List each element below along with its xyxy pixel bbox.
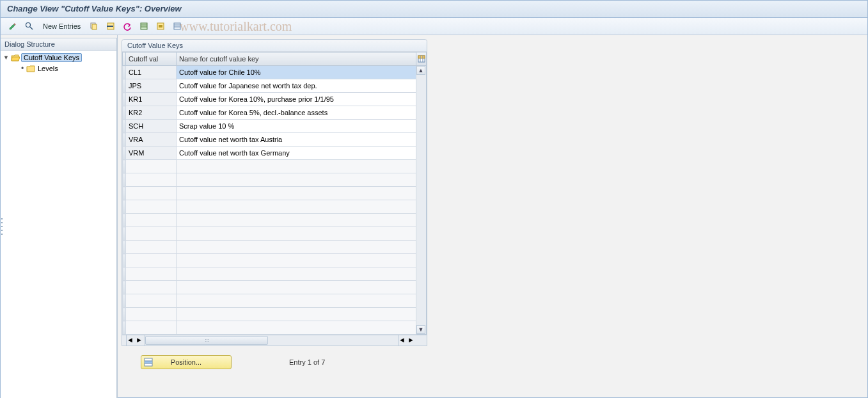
table-row[interactable]: SCHScrap value 10 % xyxy=(123,120,416,133)
cell-key[interactable] xyxy=(126,281,177,294)
cell-key[interactable]: SCH xyxy=(126,120,177,133)
table-row-empty[interactable] xyxy=(123,160,416,173)
cell-key[interactable]: JPS xyxy=(126,79,177,93)
body: Dialog Structure ▼ Cutoff Value Keys • L… xyxy=(1,35,867,398)
tree-bullet: • xyxy=(20,65,25,72)
table-row-empty[interactable] xyxy=(123,281,416,294)
table-row-empty[interactable] xyxy=(123,294,416,308)
cell-key[interactable]: VRA xyxy=(126,133,177,147)
scroll-left-icon[interactable]: ◄ xyxy=(127,336,136,345)
cell-key[interactable] xyxy=(126,241,177,254)
vertical-scrollbar[interactable]: ▲ ▼ xyxy=(416,52,427,335)
cell-key[interactable] xyxy=(126,294,177,308)
table-row[interactable]: CL1Cutoff value for Chile 10% xyxy=(123,66,416,79)
cell-key[interactable] xyxy=(126,160,177,173)
cell-key[interactable] xyxy=(126,227,177,241)
cell-key[interactable] xyxy=(126,214,177,227)
cell-name[interactable] xyxy=(177,200,416,214)
cell-name[interactable]: Cutoff value for Korea 10%, purchase pri… xyxy=(177,93,416,106)
table-row-empty[interactable] xyxy=(123,321,416,335)
table-row[interactable]: VRACutoff value net worth tax Austria xyxy=(123,133,416,147)
cell-name[interactable] xyxy=(177,227,416,241)
table-row-empty[interactable] xyxy=(123,241,416,254)
scroll-left-icon[interactable]: ◄ xyxy=(398,336,407,345)
tree-item-levels[interactable]: • Levels xyxy=(1,63,116,74)
scroll-up-icon[interactable]: ▲ xyxy=(416,66,425,75)
svg-rect-11 xyxy=(174,23,180,29)
table-row-empty[interactable] xyxy=(123,254,416,267)
position-button[interactable]: Position... xyxy=(141,355,232,369)
cell-name[interactable] xyxy=(177,241,416,254)
table-row-empty[interactable] xyxy=(123,308,416,321)
table-row[interactable]: KR2Cutoff value for Korea 5%, decl.-bala… xyxy=(123,106,416,120)
scroll-down-icon[interactable]: ▼ xyxy=(416,325,425,334)
select-block-icon[interactable] xyxy=(154,19,168,33)
cell-name[interactable]: Cutoff value for Korea 5%, decl.-balance… xyxy=(177,106,416,120)
table-row[interactable]: VRMCutoff value net worth tax Germany xyxy=(123,147,416,160)
cell-name[interactable] xyxy=(177,308,416,321)
cell-name[interactable]: Cutoff value net worth tax Austria xyxy=(177,133,416,147)
cell-name[interactable] xyxy=(177,254,416,267)
scroll-right-icon[interactable]: ► xyxy=(136,336,145,345)
table-row[interactable]: JPSCutoff value for Japanese net worth t… xyxy=(123,79,416,93)
scroll-right-icon[interactable]: ► xyxy=(407,336,416,345)
svg-rect-19 xyxy=(145,361,152,363)
delete-icon[interactable] xyxy=(104,19,118,33)
cell-name[interactable]: Scrap value 10 % xyxy=(177,120,416,133)
display-change-icon[interactable] xyxy=(6,19,20,33)
cell-name[interactable] xyxy=(177,160,416,173)
cell-name[interactable] xyxy=(177,267,416,281)
entry-counter: Entry 1 of 7 xyxy=(289,358,325,366)
copy-icon[interactable] xyxy=(87,19,101,33)
cell-name[interactable]: Cutoff value net worth tax Germany xyxy=(177,147,416,160)
table-row-empty[interactable] xyxy=(123,187,416,200)
hscroll-track[interactable]: ∷ xyxy=(145,335,398,346)
cell-key[interactable] xyxy=(126,254,177,267)
table-row-empty[interactable] xyxy=(123,227,416,241)
other-view-icon[interactable] xyxy=(22,19,36,33)
column-header-key[interactable]: Cutoff val xyxy=(126,52,177,66)
table-row-empty[interactable] xyxy=(123,214,416,227)
tree-item-cutoff-value-keys[interactable]: ▼ Cutoff Value Keys xyxy=(1,52,116,63)
hscroll-thumb[interactable]: ∷ xyxy=(145,336,268,345)
cell-key[interactable] xyxy=(126,187,177,200)
cell-key[interactable] xyxy=(126,200,177,214)
column-header-name[interactable]: Name for cutoff value key xyxy=(177,52,416,66)
table-row-empty[interactable] xyxy=(123,267,416,281)
undo-icon[interactable] xyxy=(120,19,134,33)
sap-window: Change View "Cutoff Value Keys": Overvie… xyxy=(0,0,868,398)
cell-name[interactable] xyxy=(177,294,416,308)
expander-icon[interactable]: ▼ xyxy=(3,54,10,61)
select-all-icon[interactable] xyxy=(137,19,151,33)
cell-name[interactable]: Cutoff value for Japanese net worth tax … xyxy=(177,79,416,93)
hscroll-right[interactable]: ◄ ► xyxy=(398,335,416,346)
cell-key[interactable]: VRM xyxy=(126,147,177,160)
table-row-empty[interactable] xyxy=(123,173,416,187)
table-config-icon[interactable] xyxy=(416,52,426,66)
new-entries-button[interactable]: New Entries xyxy=(39,20,84,33)
cutoff-value-table[interactable]: Cutoff val Name for cutoff value key CL1… xyxy=(122,52,416,335)
cell-key[interactable]: CL1 xyxy=(126,66,177,79)
cell-name[interactable] xyxy=(177,281,416,294)
deselect-all-icon[interactable] xyxy=(170,19,184,33)
hscroll-fixed[interactable]: ◄ ► xyxy=(127,335,145,346)
cell-name[interactable]: Cutoff value for Chile 10% xyxy=(177,66,416,79)
cell-key[interactable] xyxy=(126,308,177,321)
scroll-track[interactable] xyxy=(416,75,426,325)
table-row-empty[interactable] xyxy=(123,200,416,214)
cell-key[interactable] xyxy=(126,321,177,335)
cell-name[interactable] xyxy=(177,321,416,335)
cell-key[interactable] xyxy=(126,173,177,187)
toolbar: New Entries www.tutorialkart.com xyxy=(1,18,867,35)
pane-resize-handle[interactable] xyxy=(1,217,3,236)
cell-name[interactable] xyxy=(177,173,416,187)
cell-name[interactable] xyxy=(177,214,416,227)
folder-icon xyxy=(26,65,35,72)
cell-key[interactable] xyxy=(126,267,177,281)
table-footer: Position... Entry 1 of 7 xyxy=(122,355,864,369)
table-row[interactable]: KR1Cutoff value for Korea 10%, purchase … xyxy=(123,93,416,106)
cell-key[interactable]: KR1 xyxy=(126,93,177,106)
table-area: Cutoff val Name for cutoff value key CL1… xyxy=(122,52,427,335)
cell-name[interactable] xyxy=(177,187,416,200)
cell-key[interactable]: KR2 xyxy=(126,106,177,120)
